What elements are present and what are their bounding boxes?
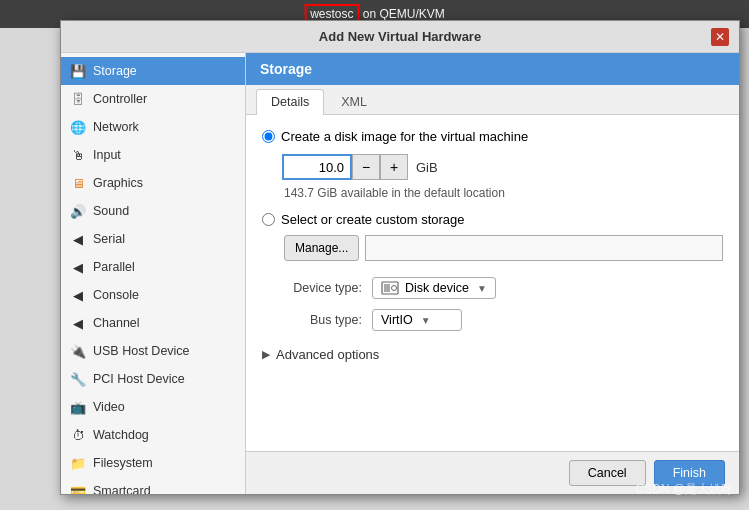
- sidebar-item-graphics[interactable]: 🖥 Graphics: [61, 169, 245, 197]
- sidebar-label-controller: Controller: [93, 92, 147, 106]
- sidebar-item-sound[interactable]: 🔊 Sound: [61, 197, 245, 225]
- sidebar-label-smartcard: Smartcard: [93, 484, 151, 494]
- sidebar-item-storage[interactable]: 💾 Storage: [61, 57, 245, 85]
- size-minus-button[interactable]: −: [352, 154, 380, 180]
- sidebar-label-video: Video: [93, 400, 125, 414]
- title-suffix: on QEMU/KVM: [363, 7, 445, 21]
- advanced-chevron-icon: ▶: [262, 348, 270, 361]
- sidebar-item-console[interactable]: ◀ Console: [61, 281, 245, 309]
- dialog-titlebar: Add New Virtual Hardware ✕: [61, 21, 739, 53]
- sidebar-item-smartcard[interactable]: 💳 Smartcard: [61, 477, 245, 494]
- manage-path-input[interactable]: [365, 235, 723, 261]
- size-input[interactable]: [282, 154, 352, 180]
- usb-host-icon: 🔌: [69, 342, 87, 360]
- sidebar-label-filesystem: Filesystem: [93, 456, 153, 470]
- custom-storage-radio[interactable]: [262, 213, 275, 226]
- network-icon: 🌐: [69, 118, 87, 136]
- graphics-icon: 🖥: [69, 174, 87, 192]
- dialog-close-button[interactable]: ✕: [711, 28, 729, 46]
- console-icon: ◀: [69, 286, 87, 304]
- sidebar-label-graphics: Graphics: [93, 176, 143, 190]
- custom-storage-label: Select or create custom storage: [281, 212, 465, 227]
- bus-type-dropdown[interactable]: VirtIO ▼: [372, 309, 462, 331]
- svg-point-2: [392, 286, 397, 291]
- device-type-dropdown[interactable]: Disk device ▼: [372, 277, 496, 299]
- svg-rect-1: [384, 284, 390, 292]
- create-disk-label: Create a disk image for the virtual mach…: [281, 129, 528, 144]
- create-disk-radio-row: Create a disk image for the virtual mach…: [262, 129, 723, 144]
- sidebar-label-usb-host: USB Host Device: [93, 344, 190, 358]
- sidebar-label-input: Input: [93, 148, 121, 162]
- filesystem-icon: 📁: [69, 454, 87, 472]
- channel-icon: ◀: [69, 314, 87, 332]
- manage-button[interactable]: Manage...: [284, 235, 359, 261]
- manage-row: Manage...: [284, 235, 723, 261]
- bus-type-value: VirtIO: [381, 313, 413, 327]
- dialog-title: Add New Virtual Hardware: [89, 29, 711, 44]
- smartcard-icon: 💳: [69, 482, 87, 494]
- custom-storage-radio-row: Select or create custom storage: [262, 212, 723, 227]
- sidebar-label-watchdog: Watchdog: [93, 428, 149, 442]
- sound-icon: 🔊: [69, 202, 87, 220]
- tab-xml[interactable]: XML: [326, 89, 382, 114]
- sidebar-item-watchdog[interactable]: ⏱ Watchdog: [61, 421, 245, 449]
- sidebar-item-filesystem[interactable]: 📁 Filesystem: [61, 449, 245, 477]
- watermark: CSDN @是大姚呀: [635, 481, 733, 498]
- bus-type-label: Bus type:: [262, 313, 372, 327]
- sidebar-label-network: Network: [93, 120, 139, 134]
- sidebar-item-parallel[interactable]: ◀ Parallel: [61, 253, 245, 281]
- cancel-button[interactable]: Cancel: [569, 460, 646, 486]
- sidebar-item-controller[interactable]: 🗄 Controller: [61, 85, 245, 113]
- storage-icon: 💾: [69, 62, 87, 80]
- parallel-icon: ◀: [69, 258, 87, 276]
- sidebar-item-serial[interactable]: ◀ Serial: [61, 225, 245, 253]
- sidebar-label-channel: Channel: [93, 316, 140, 330]
- available-space-text: 143.7 GiB available in the default locat…: [284, 186, 723, 200]
- bus-type-arrow: ▼: [421, 315, 431, 326]
- pci-host-icon: 🔧: [69, 370, 87, 388]
- serial-icon: ◀: [69, 230, 87, 248]
- input-icon: 🖱: [69, 146, 87, 164]
- sidebar-label-pci-host: PCI Host Device: [93, 372, 185, 386]
- sidebar-item-video[interactable]: 📺 Video: [61, 393, 245, 421]
- sidebar-label-console: Console: [93, 288, 139, 302]
- device-type-value: Disk device: [405, 281, 469, 295]
- sidebar-label-serial: Serial: [93, 232, 125, 246]
- sidebar-label-storage: Storage: [93, 64, 137, 78]
- main-content: Storage Details XML Create a disk image …: [246, 53, 739, 494]
- sidebar-item-usb-host[interactable]: 🔌 USB Host Device: [61, 337, 245, 365]
- advanced-options-label: Advanced options: [276, 347, 379, 362]
- device-type-label: Device type:: [262, 281, 372, 295]
- size-plus-button[interactable]: +: [380, 154, 408, 180]
- dialog-body: 💾 Storage 🗄 Controller 🌐 Network 🖱 Input…: [61, 53, 739, 494]
- bg-title: westosc on QEMU/KVM: [304, 7, 445, 21]
- watchdog-icon: ⏱: [69, 426, 87, 444]
- sidebar-item-network[interactable]: 🌐 Network: [61, 113, 245, 141]
- tab-bar: Details XML: [246, 85, 739, 115]
- sidebar: 💾 Storage 🗄 Controller 🌐 Network 🖱 Input…: [61, 53, 246, 494]
- add-hardware-dialog: Add New Virtual Hardware ✕ 💾 Storage 🗄 C…: [60, 20, 740, 495]
- device-type-arrow: ▼: [477, 283, 487, 294]
- section-header: Storage: [246, 53, 739, 85]
- size-unit-label: GiB: [416, 160, 438, 175]
- create-disk-radio[interactable]: [262, 130, 275, 143]
- content-area: Create a disk image for the virtual mach…: [246, 115, 739, 451]
- controller-icon: 🗄: [69, 90, 87, 108]
- sidebar-item-input[interactable]: 🖱 Input: [61, 141, 245, 169]
- bus-type-row: Bus type: VirtIO ▼: [262, 309, 723, 331]
- sidebar-item-pci-host[interactable]: 🔧 PCI Host Device: [61, 365, 245, 393]
- video-icon: 📺: [69, 398, 87, 416]
- sidebar-label-parallel: Parallel: [93, 260, 135, 274]
- tab-details[interactable]: Details: [256, 89, 324, 115]
- sidebar-item-channel[interactable]: ◀ Channel: [61, 309, 245, 337]
- advanced-options-row[interactable]: ▶ Advanced options: [262, 341, 723, 368]
- disk-icon: [381, 281, 399, 295]
- device-type-row: Device type: Disk device ▼: [262, 277, 723, 299]
- size-row: − + GiB: [282, 154, 723, 180]
- sidebar-label-sound: Sound: [93, 204, 129, 218]
